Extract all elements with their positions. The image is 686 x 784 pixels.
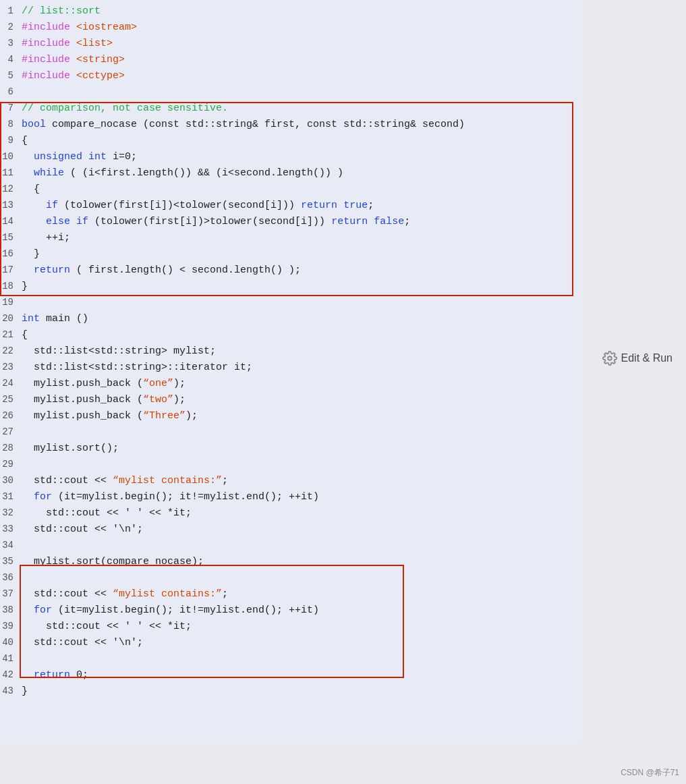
table-row: 17 return ( first.length() < second.leng…	[0, 264, 580, 281]
line-number: 31	[0, 491, 19, 502]
table-row: 28 mylist.sort();	[0, 443, 580, 459]
line-content: #include <iostream>	[19, 22, 580, 33]
line-number: 23	[0, 362, 19, 372]
line-number: 40	[0, 637, 19, 648]
table-row: 40 std::cout << '\n';	[0, 637, 580, 653]
table-row: 23 std::list<std::string>::iterator it;	[0, 362, 580, 378]
table-row: 4#include <string>	[0, 54, 580, 70]
line-number: 33	[0, 524, 19, 534]
table-row: 15 ++i;	[0, 232, 580, 248]
line-content: std::list<std::string>::iterator it;	[19, 362, 580, 373]
line-number: 17	[0, 264, 19, 275]
table-row: 20int main ()	[0, 313, 580, 329]
line-number: 22	[0, 345, 19, 356]
line-content: #include <string>	[19, 54, 580, 65]
line-number: 34	[0, 540, 19, 551]
table-row: 8bool compare_nocase (const std::string&…	[0, 119, 580, 135]
line-content: unsigned int i=0;	[19, 151, 580, 163]
line-number: 30	[0, 475, 19, 486]
line-content: {	[19, 135, 580, 146]
line-number: 32	[0, 507, 19, 518]
line-content: std::list<std::string> mylist;	[19, 345, 580, 357]
line-number: 20	[0, 313, 19, 324]
line-number: 42	[0, 669, 19, 680]
table-row: 16 }	[0, 248, 580, 264]
line-content: std::cout << ' ' << *it;	[19, 507, 580, 519]
edit-run-label: Edit & Run	[621, 352, 673, 364]
table-row: 39 std::cout << ' ' << *it;	[0, 621, 580, 637]
line-content: mylist.push_back (“Three”);	[19, 410, 580, 422]
line-number: 19	[0, 297, 19, 308]
table-row: 38 for (it=mylist.begin(); it!=mylist.en…	[0, 605, 580, 621]
gear-icon	[602, 351, 617, 366]
table-row: 11 while ( (i<first.length()) && (i<seco…	[0, 167, 580, 184]
line-number: 28	[0, 443, 19, 453]
line-content: for (it=mylist.begin(); it!=mylist.end()…	[19, 491, 580, 503]
line-number: 36	[0, 572, 19, 583]
line-number: 14	[0, 216, 19, 227]
line-number: 16	[0, 248, 19, 259]
line-number: 41	[0, 653, 19, 664]
line-number: 4	[0, 54, 19, 65]
line-number: 25	[0, 394, 19, 405]
table-row: 18}	[0, 281, 580, 297]
line-content: std::cout << ' ' << *it;	[19, 621, 580, 632]
line-content: mylist.sort(compare_nocase);	[19, 556, 580, 567]
table-row: 33 std::cout << '\n';	[0, 524, 580, 540]
table-row: 9{	[0, 135, 580, 151]
line-number: 10	[0, 151, 19, 162]
line-number: 3	[0, 38, 19, 49]
table-row: 6	[0, 86, 580, 103]
table-row: 37 std::cout << “mylist contains:”;	[0, 588, 580, 605]
line-number: 8	[0, 119, 19, 130]
line-number: 12	[0, 184, 19, 194]
table-row: 13 if (tolower(first[i])<tolower(second[…	[0, 200, 580, 216]
line-number: 38	[0, 605, 19, 615]
edit-run-button[interactable]: Edit & Run	[602, 351, 673, 366]
table-row: 30 std::cout << “mylist contains:”;	[0, 475, 580, 491]
line-number: 43	[0, 685, 19, 696]
line-number: 15	[0, 232, 19, 243]
line-number: 26	[0, 410, 19, 421]
table-row: 34	[0, 540, 580, 556]
line-content: else if (tolower(first[i])>tolower(secon…	[19, 216, 580, 227]
line-number: 7	[0, 103, 19, 113]
code-lines: 1// list::sort2#include <iostream>3#incl…	[0, 5, 580, 702]
line-content: {	[19, 184, 580, 195]
table-row: 41	[0, 653, 580, 669]
table-row: 32 std::cout << ' ' << *it;	[0, 507, 580, 524]
line-content: }	[19, 685, 580, 697]
table-row: 43}	[0, 685, 580, 702]
line-number: 37	[0, 588, 19, 599]
line-number: 13	[0, 200, 19, 211]
line-number: 2	[0, 22, 19, 32]
table-row: 2#include <iostream>	[0, 22, 580, 38]
table-row: 31 for (it=mylist.begin(); it!=mylist.en…	[0, 491, 580, 507]
table-row: 1// list::sort	[0, 5, 580, 22]
table-row: 14 else if (tolower(first[i])>tolower(se…	[0, 216, 580, 232]
line-content: {	[19, 329, 580, 341]
line-content: }	[19, 281, 580, 292]
line-content: int main ()	[19, 313, 580, 325]
table-row: 22 std::list<std::string> mylist;	[0, 345, 580, 362]
line-content: bool compare_nocase (const std::string& …	[19, 119, 580, 130]
line-number: 1	[0, 5, 19, 16]
table-row: 3#include <list>	[0, 38, 580, 54]
table-row: 35 mylist.sort(compare_nocase);	[0, 556, 580, 572]
line-content: for (it=mylist.begin(); it!=mylist.end()…	[19, 605, 580, 616]
table-row: 21{	[0, 329, 580, 345]
line-number: 27	[0, 426, 19, 437]
line-number: 11	[0, 167, 19, 178]
line-content: return ( first.length() < second.length(…	[19, 264, 580, 276]
table-row: 26 mylist.push_back (“Three”);	[0, 410, 580, 426]
line-content: if (tolower(first[i])<tolower(second[i])…	[19, 200, 580, 211]
table-row: 29	[0, 459, 580, 475]
line-content: return 0;	[19, 669, 580, 681]
line-number: 18	[0, 281, 19, 291]
line-content: std::cout << “mylist contains:”;	[19, 475, 580, 486]
table-row: 42 return 0;	[0, 669, 580, 685]
table-row: 27	[0, 426, 580, 443]
line-content: #include <cctype>	[19, 70, 580, 82]
svg-point-0	[608, 356, 612, 360]
table-row: 5#include <cctype>	[0, 70, 580, 86]
